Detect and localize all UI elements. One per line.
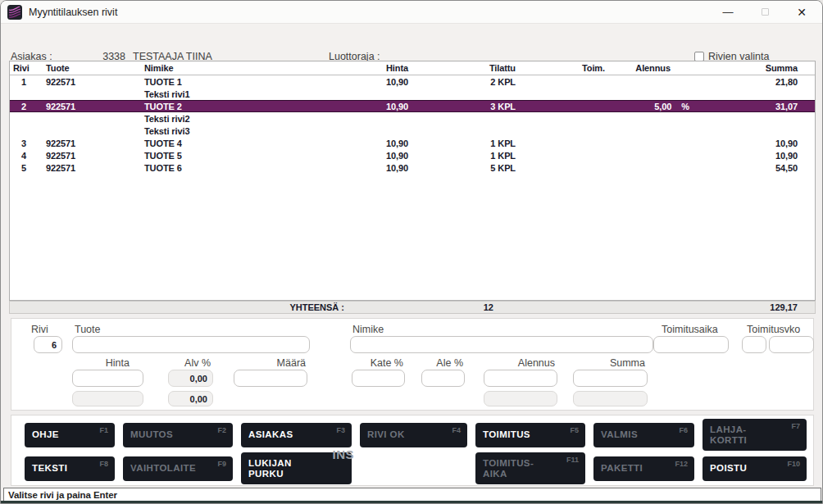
ale-label: Ale %: [436, 357, 463, 369]
alv-label: Alv %: [184, 357, 211, 369]
column-header-summa: Summa: [698, 63, 815, 73]
column-header-toim: Toim.: [541, 63, 608, 73]
totals-row: YHTEENSÄ : 12 129,17: [9, 301, 816, 314]
table-row[interactable]: 4922571TUOTE 510,901 KPL10,90: [10, 149, 815, 161]
cell-nimike: TUOTE 5: [136, 151, 360, 161]
cell-hinta: 10,90: [360, 102, 434, 111]
cell-rivi: 5: [10, 163, 38, 173]
button-label: VALMIS: [601, 429, 638, 440]
totals-amount: 129,17: [770, 302, 798, 313]
table-row[interactable]: Teksti rivi2: [10, 112, 815, 125]
app-window: Myyntitilauksen rivit — ✕ Asiakas : 3338…: [0, 0, 823, 504]
button-toimitus[interactable]: TOIMITUSF5: [475, 423, 585, 447]
cell-summa: 54,50: [698, 163, 815, 173]
button-label: LAHJA- KORTTI: [710, 425, 747, 446]
button-label: RIVI OK: [367, 429, 405, 440]
table-row[interactable]: Teksti rivi1: [10, 88, 815, 100]
function-buttons-panel: OHJEF1MUUTOSF2ASIAKASF3RIVI OKF4TOIMITUS…: [11, 415, 814, 486]
cell-tilattu: 2 KPL: [434, 77, 541, 87]
buttons-grid: OHJEF1MUUTOSF2ASIAKASF3RIVI OKF4TOIMITUS…: [11, 415, 813, 485]
button-label: PAKETTI: [601, 463, 643, 474]
shortcut-badge: F5: [570, 426, 579, 434]
window-title: Myyntitilauksen rivit: [29, 7, 117, 18]
summa-label: Summa: [610, 357, 645, 369]
close-icon[interactable]: ✕: [789, 3, 814, 21]
button-asiakas[interactable]: ASIAKASF3: [241, 423, 352, 447]
table-row[interactable]: 3922571TUOTE 410,901 KPL10,90: [10, 137, 815, 149]
shortcut-badge: F7: [791, 422, 800, 430]
cell-nimike: Teksti rivi1: [136, 89, 360, 99]
shortcut-badge: F12: [675, 460, 688, 468]
button-lahja-kortti: LAHJA- KORTTIF7: [703, 419, 807, 451]
window-bottom-edge: [1, 501, 822, 503]
column-header-rivi: Rivi: [10, 63, 38, 73]
cell-tilattu: 3 KPL: [434, 102, 541, 111]
cell-nimike: Teksti rivi3: [136, 126, 360, 136]
button-lukijan-purku[interactable]: LUKIJAN PURKUINS: [241, 452, 352, 484]
row-edit-form: Rivi Tuote Nimike Toimitusaika Toimitusv…: [11, 318, 814, 411]
cell-nimike: Teksti rivi2: [136, 114, 360, 124]
hinta-label: Hinta: [106, 357, 130, 369]
cell-hinta: 10,90: [360, 151, 434, 161]
table-row[interactable]: 2922571TUOTE 210,903 KPL5,00%31,07: [10, 100, 815, 112]
cell-tilattu: 1 KPL: [434, 138, 541, 148]
button-muutos: MUUTOSF2: [123, 423, 233, 447]
totals-quantity: 12: [484, 302, 493, 313]
window-controls: — ✕: [716, 3, 822, 21]
shortcut-badge: F6: [679, 426, 688, 434]
button-rivi-ok: RIVI OKF4: [360, 423, 467, 447]
maximize-icon: [753, 3, 777, 21]
rivi-input[interactable]: [34, 336, 62, 353]
button-label: POISTU: [710, 463, 747, 474]
toimitusvko-input-1[interactable]: [742, 336, 766, 353]
column-header-nimike: Nimike: [136, 63, 360, 73]
column-header-hinta: Hinta: [360, 63, 434, 73]
kate-label: Kate %: [371, 357, 403, 369]
hinta-input[interactable]: [72, 370, 143, 387]
kate-input[interactable]: [352, 370, 405, 387]
tuote-label: Tuote: [75, 324, 101, 335]
cell-alennus: 5,00%: [608, 102, 698, 111]
maara-input[interactable]: [234, 370, 307, 387]
cell-tuote: 922571: [38, 102, 136, 111]
shortcut-badge: F8: [99, 460, 108, 468]
button-ohje[interactable]: OHJEF1: [25, 423, 115, 447]
cell-tuote: 922571: [38, 138, 136, 148]
cell-tuote: 922571: [38, 151, 136, 161]
alennus-input[interactable]: [484, 370, 557, 387]
cell-summa: 10,90: [698, 138, 815, 148]
button-valmis: VALMISF6: [593, 423, 694, 447]
minimize-icon[interactable]: —: [716, 3, 740, 21]
summa-input[interactable]: [573, 370, 648, 387]
toimitusaika-input[interactable]: [653, 336, 729, 353]
ale-input[interactable]: [421, 370, 465, 387]
table-row[interactable]: Teksti rivi3: [10, 125, 815, 137]
button-label: OHJE: [32, 429, 59, 440]
shortcut-badge: F11: [566, 456, 579, 464]
cell-hinta: 10,90: [360, 138, 434, 148]
table-row[interactable]: 5922571TUOTE 610,905 KPL54,50: [10, 161, 815, 174]
cell-summa: 31,07: [698, 102, 815, 111]
button-toimitus-aika: TOIMITUS- AIKAF11: [475, 452, 585, 484]
toimitusvko-label: Toimitusvko: [747, 324, 800, 335]
cell-tilattu: 5 KPL: [434, 163, 541, 173]
alv-input: [168, 370, 213, 387]
cell-nimike: TUOTE 1: [136, 77, 360, 87]
tuote-input[interactable]: [72, 336, 310, 353]
shortcut-badge: F3: [336, 426, 345, 434]
titlebar: Myyntitilauksen rivit — ✕: [1, 1, 822, 24]
button-label: ASIAKAS: [248, 429, 293, 440]
table-row[interactable]: 1922571TUOTE 110,902 KPL21,80: [10, 75, 815, 88]
cell-tilattu: 1 KPL: [434, 151, 541, 161]
shortcut-badge: F1: [99, 426, 108, 434]
cell-nimike: TUOTE 2: [136, 102, 360, 111]
button-teksti[interactable]: TEKSTIF8: [25, 456, 115, 481]
button-poistu[interactable]: POISTUF10: [703, 456, 807, 481]
alennus-label: Alennus: [518, 357, 555, 369]
shortcut-badge: F10: [787, 460, 800, 468]
cell-hinta: 10,90: [360, 163, 434, 173]
toimitusvko-input-2[interactable]: [769, 336, 814, 353]
nimike-input[interactable]: [350, 336, 653, 353]
column-header-tilattu: Tilattu: [434, 63, 541, 73]
shortcut-badge: INS: [332, 447, 354, 461]
